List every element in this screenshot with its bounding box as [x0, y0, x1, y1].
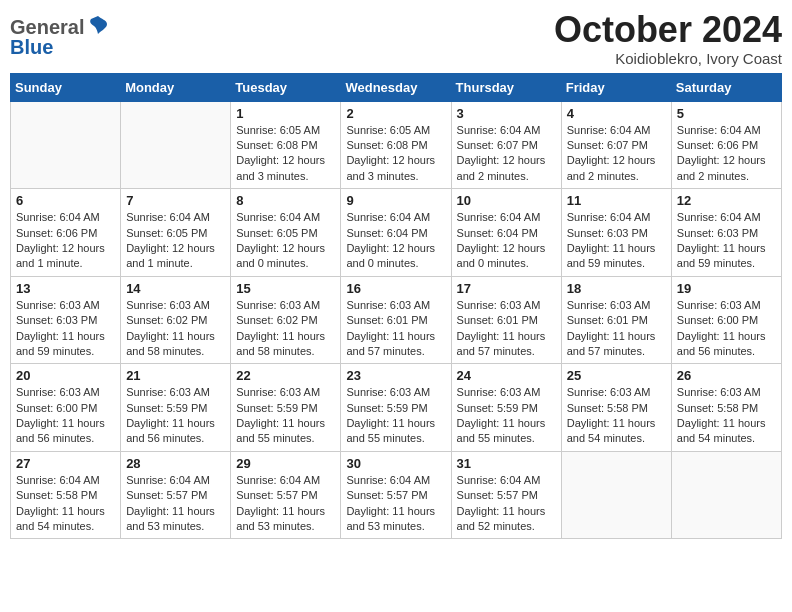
calendar-cell: 8Sunrise: 6:04 AM Sunset: 6:05 PM Daylig… [231, 189, 341, 277]
day-info: Sunrise: 6:03 AM Sunset: 5:58 PM Dayligh… [567, 385, 666, 447]
calendar-cell: 1Sunrise: 6:05 AM Sunset: 6:08 PM Daylig… [231, 101, 341, 189]
calendar-cell: 2Sunrise: 6:05 AM Sunset: 6:08 PM Daylig… [341, 101, 451, 189]
calendar-table: Sunday Monday Tuesday Wednesday Thursday… [10, 73, 782, 540]
calendar-cell: 15Sunrise: 6:03 AM Sunset: 6:02 PM Dayli… [231, 276, 341, 364]
day-info: Sunrise: 6:04 AM Sunset: 5:57 PM Dayligh… [126, 473, 225, 535]
calendar-cell: 4Sunrise: 6:04 AM Sunset: 6:07 PM Daylig… [561, 101, 671, 189]
day-number: 11 [567, 193, 666, 208]
day-number: 24 [457, 368, 556, 383]
day-number: 10 [457, 193, 556, 208]
day-number: 9 [346, 193, 445, 208]
col-sunday: Sunday [11, 73, 121, 101]
calendar-cell: 23Sunrise: 6:03 AM Sunset: 5:59 PM Dayli… [341, 364, 451, 452]
day-info: Sunrise: 6:04 AM Sunset: 6:03 PM Dayligh… [567, 210, 666, 272]
day-number: 28 [126, 456, 225, 471]
col-friday: Friday [561, 73, 671, 101]
week-row-3: 13Sunrise: 6:03 AM Sunset: 6:03 PM Dayli… [11, 276, 782, 364]
week-row-2: 6Sunrise: 6:04 AM Sunset: 6:06 PM Daylig… [11, 189, 782, 277]
calendar-cell: 6Sunrise: 6:04 AM Sunset: 6:06 PM Daylig… [11, 189, 121, 277]
week-row-1: 1Sunrise: 6:05 AM Sunset: 6:08 PM Daylig… [11, 101, 782, 189]
day-number: 21 [126, 368, 225, 383]
logo-bird-icon [87, 14, 109, 40]
day-number: 1 [236, 106, 335, 121]
day-number: 25 [567, 368, 666, 383]
day-number: 15 [236, 281, 335, 296]
calendar-cell: 13Sunrise: 6:03 AM Sunset: 6:03 PM Dayli… [11, 276, 121, 364]
day-number: 17 [457, 281, 556, 296]
calendar-cell: 7Sunrise: 6:04 AM Sunset: 6:05 PM Daylig… [121, 189, 231, 277]
calendar-cell: 30Sunrise: 6:04 AM Sunset: 5:57 PM Dayli… [341, 451, 451, 539]
day-info: Sunrise: 6:03 AM Sunset: 6:01 PM Dayligh… [567, 298, 666, 360]
day-info: Sunrise: 6:04 AM Sunset: 6:03 PM Dayligh… [677, 210, 776, 272]
col-saturday: Saturday [671, 73, 781, 101]
day-info: Sunrise: 6:03 AM Sunset: 6:03 PM Dayligh… [16, 298, 115, 360]
day-info: Sunrise: 6:05 AM Sunset: 6:08 PM Dayligh… [236, 123, 335, 185]
calendar-cell: 14Sunrise: 6:03 AM Sunset: 6:02 PM Dayli… [121, 276, 231, 364]
day-info: Sunrise: 6:03 AM Sunset: 5:59 PM Dayligh… [126, 385, 225, 447]
calendar-cell: 22Sunrise: 6:03 AM Sunset: 5:59 PM Dayli… [231, 364, 341, 452]
day-number: 26 [677, 368, 776, 383]
header: General Blue October 2024 Koidioblekro, … [10, 10, 782, 67]
day-info: Sunrise: 6:04 AM Sunset: 6:07 PM Dayligh… [567, 123, 666, 185]
page-container: General Blue October 2024 Koidioblekro, … [0, 0, 792, 549]
day-info: Sunrise: 6:03 AM Sunset: 6:01 PM Dayligh… [346, 298, 445, 360]
calendar-cell: 12Sunrise: 6:04 AM Sunset: 6:03 PM Dayli… [671, 189, 781, 277]
calendar-cell: 29Sunrise: 6:04 AM Sunset: 5:57 PM Dayli… [231, 451, 341, 539]
day-number: 16 [346, 281, 445, 296]
day-info: Sunrise: 6:04 AM Sunset: 6:07 PM Dayligh… [457, 123, 556, 185]
calendar-cell: 31Sunrise: 6:04 AM Sunset: 5:57 PM Dayli… [451, 451, 561, 539]
day-info: Sunrise: 6:03 AM Sunset: 5:59 PM Dayligh… [457, 385, 556, 447]
day-info: Sunrise: 6:04 AM Sunset: 6:06 PM Dayligh… [16, 210, 115, 272]
day-info: Sunrise: 6:05 AM Sunset: 6:08 PM Dayligh… [346, 123, 445, 185]
day-number: 22 [236, 368, 335, 383]
day-number: 2 [346, 106, 445, 121]
col-tuesday: Tuesday [231, 73, 341, 101]
day-number: 18 [567, 281, 666, 296]
day-number: 20 [16, 368, 115, 383]
day-info: Sunrise: 6:04 AM Sunset: 6:05 PM Dayligh… [126, 210, 225, 272]
calendar-cell: 5Sunrise: 6:04 AM Sunset: 6:06 PM Daylig… [671, 101, 781, 189]
day-number: 31 [457, 456, 556, 471]
day-number: 7 [126, 193, 225, 208]
calendar-cell: 10Sunrise: 6:04 AM Sunset: 6:04 PM Dayli… [451, 189, 561, 277]
day-number: 5 [677, 106, 776, 121]
day-info: Sunrise: 6:04 AM Sunset: 6:05 PM Dayligh… [236, 210, 335, 272]
week-row-4: 20Sunrise: 6:03 AM Sunset: 6:00 PM Dayli… [11, 364, 782, 452]
day-info: Sunrise: 6:03 AM Sunset: 6:02 PM Dayligh… [236, 298, 335, 360]
day-number: 8 [236, 193, 335, 208]
day-info: Sunrise: 6:04 AM Sunset: 5:58 PM Dayligh… [16, 473, 115, 535]
week-row-5: 27Sunrise: 6:04 AM Sunset: 5:58 PM Dayli… [11, 451, 782, 539]
calendar-cell: 9Sunrise: 6:04 AM Sunset: 6:04 PM Daylig… [341, 189, 451, 277]
day-info: Sunrise: 6:04 AM Sunset: 6:06 PM Dayligh… [677, 123, 776, 185]
day-info: Sunrise: 6:03 AM Sunset: 6:01 PM Dayligh… [457, 298, 556, 360]
logo-blue-text: Blue [10, 36, 53, 59]
day-number: 12 [677, 193, 776, 208]
calendar-cell: 3Sunrise: 6:04 AM Sunset: 6:07 PM Daylig… [451, 101, 561, 189]
calendar-cell: 11Sunrise: 6:04 AM Sunset: 6:03 PM Dayli… [561, 189, 671, 277]
calendar-title: October 2024 [554, 10, 782, 50]
day-info: Sunrise: 6:03 AM Sunset: 5:58 PM Dayligh… [677, 385, 776, 447]
day-number: 4 [567, 106, 666, 121]
day-info: Sunrise: 6:03 AM Sunset: 5:59 PM Dayligh… [236, 385, 335, 447]
day-info: Sunrise: 6:03 AM Sunset: 6:02 PM Dayligh… [126, 298, 225, 360]
day-number: 13 [16, 281, 115, 296]
calendar-cell: 21Sunrise: 6:03 AM Sunset: 5:59 PM Dayli… [121, 364, 231, 452]
calendar-cell: 19Sunrise: 6:03 AM Sunset: 6:00 PM Dayli… [671, 276, 781, 364]
day-number: 27 [16, 456, 115, 471]
calendar-cell [121, 101, 231, 189]
col-thursday: Thursday [451, 73, 561, 101]
calendar-cell: 27Sunrise: 6:04 AM Sunset: 5:58 PM Dayli… [11, 451, 121, 539]
day-number: 6 [16, 193, 115, 208]
day-info: Sunrise: 6:04 AM Sunset: 5:57 PM Dayligh… [346, 473, 445, 535]
day-number: 30 [346, 456, 445, 471]
calendar-cell: 17Sunrise: 6:03 AM Sunset: 6:01 PM Dayli… [451, 276, 561, 364]
day-number: 19 [677, 281, 776, 296]
day-info: Sunrise: 6:03 AM Sunset: 6:00 PM Dayligh… [677, 298, 776, 360]
calendar-cell: 24Sunrise: 6:03 AM Sunset: 5:59 PM Dayli… [451, 364, 561, 452]
calendar-cell [671, 451, 781, 539]
day-info: Sunrise: 6:03 AM Sunset: 5:59 PM Dayligh… [346, 385, 445, 447]
day-number: 3 [457, 106, 556, 121]
day-number: 14 [126, 281, 225, 296]
day-info: Sunrise: 6:04 AM Sunset: 6:04 PM Dayligh… [457, 210, 556, 272]
day-info: Sunrise: 6:04 AM Sunset: 6:04 PM Dayligh… [346, 210, 445, 272]
